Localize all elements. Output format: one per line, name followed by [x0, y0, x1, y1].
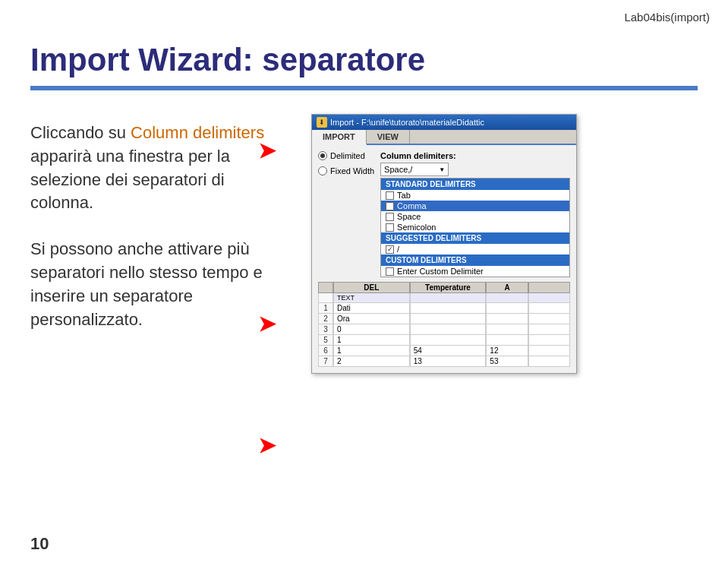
delimiter-semicolon[interactable]: Semicolon [381, 222, 569, 232]
page-number: 10 [30, 534, 49, 554]
radio-delimited-circle [318, 151, 327, 160]
wizard-window: ⬇ Import - F:\unife\tutorato\materialeDi… [311, 114, 577, 374]
row5-num: 5 [318, 335, 333, 346]
wizard-tabs: IMPORT VIEW [312, 130, 576, 145]
tab-import[interactable]: IMPORT [312, 130, 367, 145]
highlight-column-delimiters: Column delimiters [131, 123, 264, 142]
row2-temp [410, 314, 487, 324]
row5-b [528, 335, 570, 346]
row7-a: 53 [486, 356, 528, 367]
radio-fixed-label: Fixed Width [330, 166, 374, 175]
table-row-3: 3 0 [318, 324, 570, 335]
type-del: TEXT [333, 293, 410, 303]
type-temp [410, 293, 487, 303]
delimiter-semicolon-label: Semicolon [397, 223, 436, 232]
row1-num: 1 [318, 303, 333, 314]
checkbox-custom[interactable] [386, 267, 394, 276]
row6-b [528, 346, 570, 356]
delimiter-space-label: Space [397, 212, 421, 221]
page-title: Import Wizard: separatore [30, 42, 698, 78]
data-preview: DEL Temperature A TEXT 1 Dati [318, 282, 570, 367]
wizard-body: Delimited Fixed Width Column delimiters:… [312, 145, 576, 373]
paragraph-1: Cliccando su Column delimiters apparirà … [30, 122, 288, 215]
tab-view[interactable]: VIEW [367, 130, 410, 144]
type-empty [528, 293, 570, 303]
title-area: Import Wizard: separatore [30, 42, 698, 90]
arrow-1-icon: ➤ [258, 138, 276, 163]
row1-b [528, 303, 570, 314]
delimiter-slash[interactable]: / [381, 244, 569, 254]
row7-temp: 13 [410, 356, 487, 367]
delimiter-comma[interactable]: Comma [381, 201, 569, 211]
col-header-a: A [486, 282, 528, 293]
lab-label: Lab04bis(import) [624, 11, 710, 24]
row6-del: 1 [333, 346, 410, 356]
delimiter-comma-label: Comma [397, 201, 427, 210]
radio-fixed[interactable]: Fixed Width [318, 166, 374, 175]
row7-b [528, 356, 570, 367]
paragraph-2: Si possono anche attivare più separatori… [30, 238, 288, 331]
table-row-1: 1 Dati [318, 303, 570, 314]
arrow-3-icon: ➤ [258, 433, 276, 458]
wizard-top-row: Delimited Fixed Width Column delimiters:… [318, 151, 570, 277]
delimiter-tab[interactable]: Tab [381, 190, 569, 201]
col-header-del: DEL [333, 282, 410, 293]
checkbox-semicolon[interactable] [386, 223, 394, 232]
row3-a [486, 324, 528, 335]
delimiter-slash-label: / [397, 245, 399, 254]
row6-temp: 54 [410, 346, 487, 356]
row1-a [486, 303, 528, 314]
row2-del: Ora [333, 314, 410, 324]
type-a [486, 293, 528, 303]
wizard-titlebar: ⬇ Import - F:\unife\tutorato\materialeDi… [312, 115, 576, 130]
row1-del: Dati [333, 303, 410, 314]
screenshot-panel: ⬇ Import - F:\unife\tutorato\materialeDi… [311, 114, 698, 374]
radio-delimited[interactable]: Delimited [318, 151, 374, 160]
row3-num: 3 [318, 324, 333, 335]
row6-num: 6 [318, 346, 333, 356]
row3-b [528, 324, 570, 335]
table-row-5: 5 1 [318, 335, 570, 346]
checkbox-slash[interactable] [386, 245, 394, 254]
row5-del: 1 [333, 335, 410, 346]
row1-temp [410, 303, 487, 314]
row3-del: 0 [333, 324, 410, 335]
table-row-7: 7 2 13 53 [318, 356, 570, 367]
checkbox-comma[interactable] [386, 202, 394, 210]
delimiter-custom-label: Enter Custom Delimiter [397, 267, 484, 276]
row7-del: 2 [333, 356, 410, 367]
row2-a [486, 314, 528, 324]
row5-a [486, 335, 528, 346]
content-area: Cliccando su Column delimiters apparirà … [30, 122, 698, 381]
row3-temp [410, 324, 487, 335]
row2-num: 2 [318, 314, 333, 324]
section-standard-header: STANDARD DELIMITERS [381, 179, 569, 190]
row6-a: 12 [486, 346, 528, 356]
col-header-empty [528, 282, 570, 293]
delimiter-custom[interactable]: Enter Custom Delimiter [381, 266, 569, 277]
dropdown-arrow-icon: ▼ [439, 166, 445, 173]
row7-num: 7 [318, 356, 333, 367]
radio-delimited-label: Delimited [330, 151, 365, 160]
row5-temp [410, 335, 487, 346]
type-row: TEXT [318, 293, 570, 303]
col-header-num [318, 282, 333, 293]
col-header-temp: Temperature [410, 282, 487, 293]
title-divider [30, 86, 698, 90]
text-block: Cliccando su Column delimiters apparirà … [30, 122, 288, 381]
col-del-label: Column delimiters: [380, 151, 570, 160]
table-row-2: 2 Ora [318, 314, 570, 324]
section-suggested-header: SUGGESTED DELIMITERS [381, 232, 569, 244]
column-delimiters-section: Column delimiters: Space,/ ▼ STANDARD DE… [380, 151, 570, 277]
radio-fixed-circle [318, 166, 327, 175]
col-del-dropdown[interactable]: Space,/ ▼ [380, 163, 449, 176]
wizard-title: Import - F:\unife\tutorato\materialeDida… [330, 118, 484, 127]
delimiter-space[interactable]: Space [381, 211, 569, 222]
checkbox-space[interactable] [386, 213, 394, 221]
radio-group: Delimited Fixed Width [318, 151, 374, 175]
delimiter-tab-label: Tab [397, 191, 411, 200]
wizard-icon: ⬇ [317, 117, 327, 128]
type-num [318, 293, 333, 303]
row2-b [528, 314, 570, 324]
checkbox-tab[interactable] [386, 191, 394, 200]
